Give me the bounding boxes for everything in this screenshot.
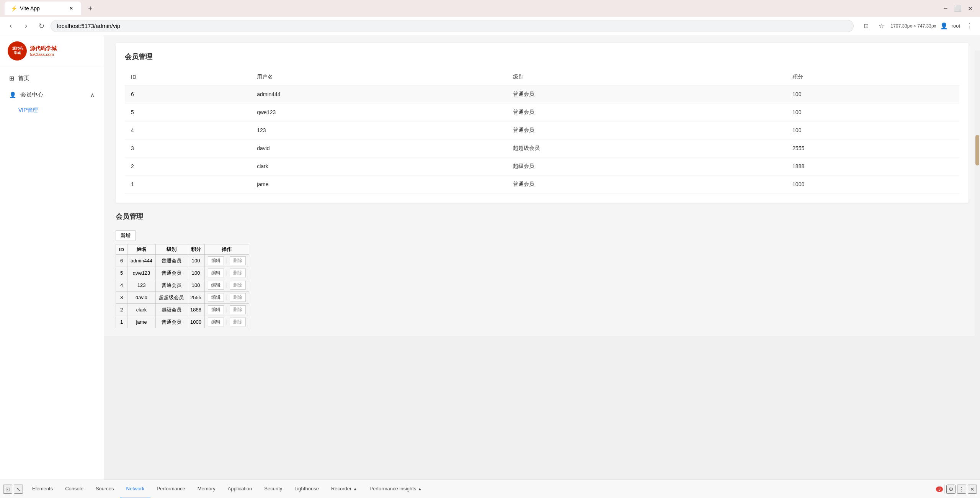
mgmt-col-level: 级别 [156,244,187,255]
col-username: 用户名 [251,69,507,85]
action-separator: | [226,294,227,300]
profile-icon[interactable]: 👤 [938,20,950,32]
browser-tab[interactable]: ⚡ Vite App ✕ [5,2,81,15]
edit-button[interactable]: 编辑 [208,256,224,265]
browser-content: 源代码学城 源代码学城 5xClass.com ⊞ 首页 👤 会员中心 [0,35,980,483]
cell-points: 1888 [187,304,205,316]
address-bar-row: ‹ › ↻ ⊡ ☆ 1707.33px × 747.33px 👤 root ⋮ [0,17,980,35]
logo-circle: 源代码学城 [8,41,27,61]
devtools-tab-lighthouse[interactable]: Lighthouse [288,480,325,498]
tab-favicon: ⚡ [11,5,17,11]
action-separator: | [226,306,227,312]
devtools-tab-memory[interactable]: Memory [191,480,222,498]
address-input[interactable] [51,20,854,32]
devtools-tab-security[interactable]: Security [258,480,288,498]
cell-action: 编辑 | 删除 [205,255,249,267]
devtools-tab-application[interactable]: Application [222,480,258,498]
minimize-button[interactable]: – [940,3,951,14]
cell-id: 3 [125,139,251,157]
edit-button[interactable]: 编辑 [208,269,224,277]
delete-button[interactable]: 删除 [230,269,246,277]
sidebar-group-member: 👤 会员中心 ∧ VIP管理 [0,87,104,118]
cell-id: 3 [116,292,127,304]
cell-action: 编辑 | 删除 [205,292,249,304]
action-separator: | [226,319,227,324]
delete-button[interactable]: 删除 [230,281,246,290]
tab-close-button[interactable]: ✕ [67,5,75,12]
cell-points: 1000 [187,316,205,328]
devtools-tab-recorder[interactable]: Recorder ▲ [325,480,363,498]
devtools-dock-icon[interactable]: ⊡ [3,485,12,494]
cell-points: 100 [786,85,959,103]
cell-action: 编辑 | 删除 [205,316,249,328]
back-button[interactable]: ‹ [5,20,17,32]
devtools-close-icon[interactable]: ✕ [968,485,977,494]
maximize-button[interactable]: ⬜ [952,3,963,14]
sidebar: 源代码学城 源代码学城 5xClass.com ⊞ 首页 👤 会员中心 [0,35,104,483]
cell-username: david [251,139,507,157]
devtools-tab-elements[interactable]: Elements [26,480,59,498]
delete-button[interactable]: 删除 [230,318,246,326]
vip-table-body: 6 admin444 普通会员 100 5 qwe123 普通会员 100 4 … [125,85,959,193]
action-separator: | [226,282,227,288]
devtools-inspect-icon[interactable]: ↖ [14,485,23,494]
cell-level: 普通会员 [156,267,187,279]
bookmark-icon[interactable]: ☆ [875,20,887,32]
action-separator: | [226,257,227,263]
devtools-more-icon[interactable]: ⋮ [957,485,966,494]
table-row: 1 jame 普通会员 1000 编辑 | 删除 [116,316,249,328]
close-button[interactable]: ✕ [965,3,975,14]
devtools-tab-console[interactable]: Console [59,480,90,498]
devtools-left-controls: ⊡ ↖ [0,485,26,494]
cell-name: qwe123 [127,267,156,279]
cell-id: 5 [116,267,127,279]
edit-button[interactable]: 编辑 [208,293,224,302]
cell-level: 超超级会员 [156,292,187,304]
vip-table-header: ID 用户名 级别 积分 [125,69,959,85]
sidebar-item-vip[interactable]: VIP管理 [18,103,104,118]
new-tab-button[interactable]: + [84,2,96,15]
delete-button[interactable]: 删除 [230,256,246,265]
add-member-button[interactable]: 新增 [116,230,136,241]
cell-points: 100 [786,103,959,121]
scrollbar-track[interactable] [975,51,980,480]
table-row: 4 123 普通会员 100 编辑 | 删除 [116,279,249,292]
table-row: 2 clark 超级会员 1888 编辑 | 删除 [116,304,249,316]
menu-icon[interactable]: ⋮ [963,20,975,32]
reload-button[interactable]: ↻ [35,20,47,32]
cell-points: 100 [187,267,205,279]
scrollbar-thumb[interactable] [975,135,979,165]
cell-name: 123 [127,279,156,292]
devtools-settings-icon[interactable]: ⚙ [946,485,956,494]
devtools-tab-network[interactable]: Network [120,480,151,498]
cell-name: clark [127,304,156,316]
edit-button[interactable]: 编辑 [208,305,224,314]
edit-button[interactable]: 编辑 [208,318,224,326]
sidebar-member-center-header[interactable]: 👤 会员中心 ∧ [0,87,104,103]
col-id: ID [125,69,251,85]
delete-button[interactable]: 删除 [230,293,246,302]
devtools-tab-sources[interactable]: Sources [90,480,120,498]
cell-id: 6 [116,255,127,267]
devtools-tab-performance-insights[interactable]: Performance insights ▲ [363,480,428,498]
cell-points: 2555 [786,139,959,157]
cell-name: david [127,292,156,304]
sidebar-item-home[interactable]: ⊞ 首页 [0,70,104,87]
forward-button[interactable]: › [20,20,32,32]
cell-level: 普通会员 [156,279,187,292]
mgmt-table: ID 姓名 级别 积分 操作 6 admin444 普通会员 100 编辑 | … [116,244,249,328]
table-row: 6 admin444 普通会员 100 编辑 | 删除 [116,255,249,267]
devtools-tab-performance[interactable]: Performance [150,480,191,498]
translate-icon[interactable]: ⊡ [860,20,872,32]
top-vip-card: 会员管理 ID 用户名 级别 积分 6 admin444 普通会员 100 5 [116,43,969,203]
edit-button[interactable]: 编辑 [208,281,224,290]
cell-id: 4 [125,121,251,139]
cell-username: jame [251,175,507,193]
tab-title: Vite App [20,5,64,11]
devtools-tabs: Elements Console Sources Network Perform… [26,480,933,498]
vip-display-table: ID 用户名 级别 积分 6 admin444 普通会员 100 5 qwe12… [125,69,959,193]
delete-button[interactable]: 删除 [230,305,246,314]
devtools-right-controls: 3 ⚙ ⋮ ✕ [933,485,980,494]
cell-points: 100 [187,255,205,267]
mgmt-col-id: ID [116,244,127,255]
